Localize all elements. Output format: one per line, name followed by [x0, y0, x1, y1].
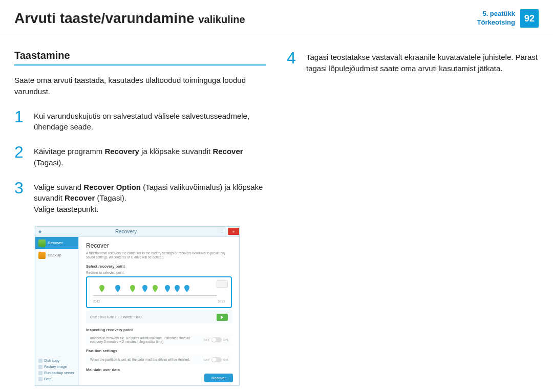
timeline-track[interactable] — [93, 284, 217, 296]
timeline-marker[interactable] — [99, 285, 104, 292]
timeline-marker[interactable] — [142, 285, 147, 292]
refresh-button[interactable] — [217, 280, 228, 288]
chapter-info: 5. peatükk Tõrkeotsing — [477, 10, 515, 27]
step-4: 4 Tagasi teostatakse vastavalt ekraanile… — [287, 50, 539, 74]
step-1: 1 Kui varunduskujutis on salvestatud väl… — [14, 108, 266, 133]
inspect-toggle[interactable]: OFF ON — [204, 337, 228, 342]
sidebar-label: Recover — [48, 241, 63, 245]
window-controls: – × — [217, 228, 239, 235]
minimize-button[interactable]: – — [217, 228, 228, 235]
left-column: Taastamine Saate oma arvuti taastada, ka… — [14, 50, 266, 386]
window-titlebar: ◆ Recovery – × — [35, 227, 239, 237]
sidebar-item-recover[interactable]: Recover — [35, 237, 78, 249]
partition-toggle[interactable]: OFF ON — [204, 357, 228, 362]
intro-text: Saate oma arvuti taastada, kasutades üla… — [14, 75, 266, 97]
chapter-line1: 5. peatükk — [477, 10, 515, 18]
app-icon: ◆ — [38, 229, 41, 234]
sidebar-link-help[interactable]: Help — [38, 376, 77, 382]
sidebar-link-diskcopy[interactable]: Disk copy — [38, 358, 77, 364]
info-row: Date : 08/11/2012 | Source : HDD — [86, 311, 232, 323]
recover-button[interactable]: Recover — [204, 374, 233, 382]
section-heading: Taastamine — [14, 50, 266, 61]
year-end: 2013 — [218, 300, 225, 303]
header-right: 5. peatükk Tõrkeotsing 92 — [477, 9, 539, 28]
page-header: Arvuti taaste/varundamine valikuline 5. … — [0, 0, 553, 34]
heading-rule — [14, 64, 266, 66]
sidebar-link-backupserver[interactable]: Run backup server — [38, 370, 77, 376]
sidebar-label: Backup — [48, 253, 61, 257]
partition-desc: When the partition is set, all the data … — [90, 358, 190, 361]
step-3: 3 Valige suvand Recover Option (Tagasi v… — [14, 180, 266, 215]
close-button[interactable]: × — [228, 228, 239, 235]
panel-heading: Recover — [86, 242, 232, 249]
timeline-marker[interactable] — [130, 285, 135, 292]
date-source: Date : 08/11/2012 | Source : HDD — [90, 315, 142, 319]
recovery-screenshot: ◆ Recovery – × Recover Backup — [35, 226, 240, 386]
timeline-marker[interactable] — [165, 285, 170, 292]
inspect-label: Inspecting recovery point — [86, 328, 232, 332]
window-sidebar: Recover Backup Disk copy Factory image R… — [35, 237, 79, 385]
page-number: 92 — [520, 9, 539, 28]
content: Taastamine Saate oma arvuti taastada, ka… — [0, 34, 553, 392]
sidebar-item-backup[interactable]: Backup — [35, 249, 78, 262]
inspect-desc: Inspection recovery file. Requires addit… — [90, 336, 204, 343]
partition-label: Partition settings — [86, 349, 232, 353]
step-number: 2 — [14, 144, 27, 168]
panel-description: A function that recovers the computer to… — [86, 251, 232, 260]
step-text: Kui varunduskujutis on salvestatud välis… — [34, 108, 266, 133]
step-text: Käivitage programm Recovery ja klõpsake … — [34, 144, 266, 168]
year-start: 2012 — [93, 300, 100, 303]
step-number: 3 — [14, 180, 27, 215]
right-column: 4 Tagasi teostatakse vastavalt ekraanile… — [287, 50, 539, 386]
inspect-row: Inspection recovery file. Requires addit… — [86, 334, 232, 345]
sidebar-bottom-links: Disk copy Factory image Run backup serve… — [38, 358, 77, 382]
recover-icon — [38, 239, 46, 247]
window-title: Recovery — [35, 229, 217, 234]
timeline-box: 2012 2013 — [86, 276, 232, 308]
sidebar-link-factory[interactable]: Factory image — [38, 364, 77, 370]
page-title: Arvuti taaste/varundamine valikuline — [14, 10, 245, 27]
select-recovery-label: Select recovery point — [86, 264, 232, 269]
title-sub: valikuline — [198, 14, 245, 25]
partition-row: When the partition is set, all the data … — [86, 355, 232, 364]
recover-button-bar: Recover — [204, 374, 233, 382]
window-main: Recover A function that recovers the com… — [79, 237, 239, 385]
window-body: Recover Backup Disk copy Factory image R… — [35, 237, 239, 385]
step-text: Tagasi teostatakse vastavalt ekraanile k… — [306, 50, 539, 74]
timeline-marker[interactable] — [184, 285, 189, 292]
timeline-marker[interactable] — [115, 285, 120, 292]
timeline-years: 2012 2013 — [91, 300, 227, 303]
title-main: Arvuti taaste/varundamine — [14, 10, 195, 26]
timeline-marker[interactable] — [175, 285, 180, 292]
step-number: 1 — [14, 108, 27, 133]
step-text: Valige suvand Recover Option (Tagasi val… — [34, 180, 266, 215]
step-2: 2 Käivitage programm Recovery ja klõpsak… — [14, 144, 266, 168]
chapter-line2: Tõrkeotsing — [477, 18, 515, 27]
backup-icon — [38, 252, 46, 259]
maintain-label: Maintain user data — [86, 367, 232, 372]
play-button[interactable] — [217, 314, 228, 321]
step-number: 4 — [287, 50, 299, 74]
select-recovery-sub: Recover to selected point. — [86, 271, 232, 274]
timeline-marker[interactable] — [153, 285, 158, 292]
